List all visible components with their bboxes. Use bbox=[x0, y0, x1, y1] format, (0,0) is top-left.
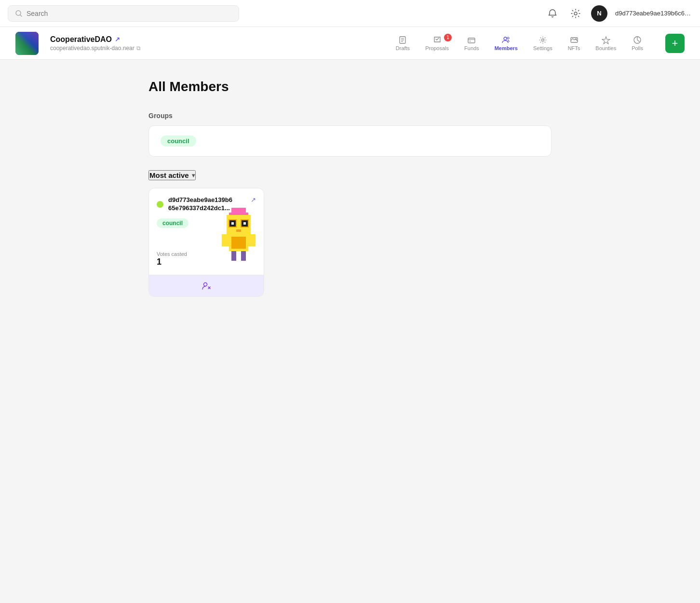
sort-label-text: Most active bbox=[149, 171, 189, 179]
chevron-down-icon: ▾ bbox=[192, 172, 195, 179]
nav-right-actions: N d9d773eabe9ae139b6c65e79... bbox=[545, 5, 692, 22]
tab-nfts-label: NFTs bbox=[568, 45, 580, 51]
svg-point-10 bbox=[507, 37, 509, 39]
sort-row: Most active ▾ bbox=[148, 170, 552, 180]
search-bar[interactable] bbox=[8, 5, 239, 22]
tab-settings-label: Settings bbox=[533, 45, 552, 51]
svg-rect-16 bbox=[229, 213, 248, 215]
funds-icon bbox=[467, 36, 476, 44]
tab-nfts[interactable]: NFTs bbox=[561, 32, 587, 55]
avatar[interactable]: N bbox=[591, 5, 607, 22]
svg-rect-7 bbox=[468, 38, 475, 43]
proposals-badge: 1 bbox=[444, 34, 452, 41]
polls-icon bbox=[633, 36, 642, 44]
svg-rect-28 bbox=[248, 234, 256, 246]
tab-members-label: Members bbox=[495, 45, 518, 51]
svg-rect-15 bbox=[231, 208, 246, 213]
svg-point-11 bbox=[541, 39, 544, 41]
dao-address-text: cooperativedao.sputnik-dao.near bbox=[50, 45, 135, 52]
member-card: d9d773eabe9ae139b665e796337d242dc1... ↗ bbox=[148, 188, 264, 297]
user-address[interactable]: d9d773eabe9ae139b6c65e79... bbox=[615, 10, 692, 17]
bell-icon bbox=[548, 9, 557, 18]
svg-rect-26 bbox=[231, 237, 246, 249]
tab-polls-label: Polls bbox=[632, 45, 643, 51]
page-title: All Members bbox=[148, 79, 552, 94]
pixel-robot-svg bbox=[219, 208, 258, 261]
main-content: All Members Groups council Most active ▾… bbox=[133, 60, 567, 316]
group-tag-council[interactable]: council bbox=[161, 135, 196, 147]
member-status-online bbox=[157, 201, 163, 208]
svg-point-9 bbox=[504, 37, 507, 40]
settings-button[interactable] bbox=[568, 6, 583, 21]
sort-dropdown[interactable]: Most active ▾ bbox=[148, 170, 196, 180]
svg-rect-23 bbox=[243, 222, 246, 225]
svg-rect-27 bbox=[222, 234, 229, 246]
dao-name: CooperativeDAO ↗ bbox=[50, 35, 141, 44]
tab-drafts-label: Drafts bbox=[396, 45, 410, 51]
member-group-tag: council bbox=[157, 218, 188, 228]
svg-point-8 bbox=[470, 40, 471, 41]
proposals-icon bbox=[433, 36, 442, 44]
member-card-footer[interactable] bbox=[149, 275, 264, 296]
dao-header: CooperativeDAO ↗ cooperativedao.sputnik-… bbox=[0, 27, 700, 60]
member-external-link-icon[interactable]: ↗ bbox=[251, 196, 256, 203]
add-button[interactable]: + bbox=[665, 34, 685, 53]
tab-bounties[interactable]: Bounties bbox=[589, 32, 623, 55]
tab-bounties-label: Bounties bbox=[595, 45, 616, 51]
members-grid: d9d773eabe9ae139b665e796337d242dc1... ↗ bbox=[148, 188, 552, 297]
bounties-icon bbox=[602, 36, 610, 44]
top-navigation: N d9d773eabe9ae139b6c65e79... bbox=[0, 0, 700, 27]
member-avatar bbox=[219, 208, 258, 261]
settings-icon bbox=[538, 36, 547, 44]
dao-navigation: Drafts Proposals 1 Funds bbox=[389, 32, 650, 55]
tab-funds[interactable]: Funds bbox=[458, 32, 486, 55]
tab-polls[interactable]: Polls bbox=[625, 32, 650, 55]
svg-rect-22 bbox=[231, 222, 234, 225]
dao-name-text: CooperativeDAO bbox=[50, 35, 112, 44]
svg-line-1 bbox=[20, 14, 22, 16]
drafts-icon bbox=[398, 36, 407, 44]
notification-button[interactable] bbox=[545, 6, 560, 21]
dao-logo bbox=[15, 32, 39, 55]
search-icon bbox=[15, 10, 23, 17]
tab-drafts[interactable]: Drafts bbox=[389, 32, 417, 55]
gear-icon bbox=[571, 9, 580, 18]
dao-address: cooperativedao.sputnik-dao.near ⧉ bbox=[50, 45, 141, 52]
groups-container: council bbox=[148, 125, 552, 157]
svg-rect-30 bbox=[241, 251, 246, 261]
tab-proposals[interactable]: Proposals 1 bbox=[418, 32, 456, 55]
dao-external-link[interactable]: ↗ bbox=[115, 36, 120, 43]
tab-settings[interactable]: Settings bbox=[526, 32, 559, 55]
tab-members[interactable]: Members bbox=[488, 32, 525, 55]
svg-rect-24 bbox=[236, 229, 241, 232]
search-input[interactable] bbox=[27, 10, 232, 17]
svg-rect-29 bbox=[231, 251, 236, 261]
svg-point-13 bbox=[575, 38, 577, 40]
tab-proposals-label: Proposals bbox=[425, 45, 449, 51]
groups-section-label: Groups bbox=[148, 112, 552, 120]
remove-member-icon bbox=[202, 281, 211, 291]
svg-point-2 bbox=[574, 12, 577, 15]
nfts-icon bbox=[570, 36, 579, 44]
copy-address-icon[interactable]: ⧉ bbox=[136, 45, 141, 52]
members-icon bbox=[502, 36, 511, 44]
dao-info: CooperativeDAO ↗ cooperativedao.sputnik-… bbox=[50, 35, 141, 52]
svg-point-31 bbox=[204, 282, 207, 286]
tab-funds-label: Funds bbox=[464, 45, 479, 51]
member-card-body: d9d773eabe9ae139b665e796337d242dc1... ↗ bbox=[149, 188, 264, 275]
